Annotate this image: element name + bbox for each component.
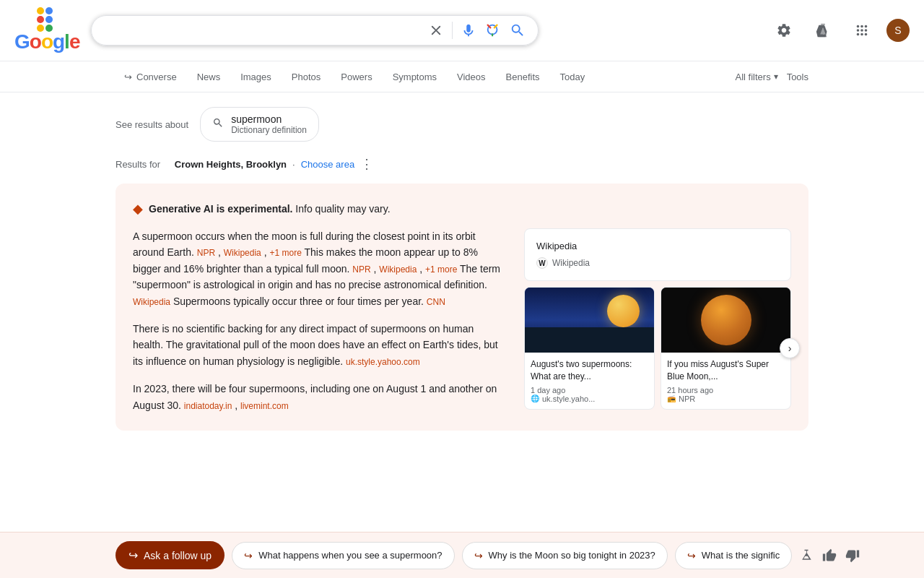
wikipedia-link-3[interactable]: Wikipedia (133, 297, 170, 307)
tab-benefits[interactable]: Benefits (497, 64, 549, 92)
see-results-about: See results about supermoon Dictionary d… (116, 107, 808, 142)
all-filters-label: All filters (736, 72, 771, 82)
wikipedia-card-label: Wikipedia (536, 241, 779, 251)
dot-blue-1 (45, 7, 53, 14)
tabs-list: ↪ Converse News Images Photos Powers Sym… (116, 64, 736, 92)
tab-converse-label: Converse (136, 72, 177, 82)
tab-images-label: Images (240, 72, 271, 82)
ai-right-panel: Wikipedia W Wikipedia (524, 228, 791, 413)
main-content: See results about supermoon Dictionary d… (0, 92, 924, 506)
tab-today[interactable]: Today (552, 64, 594, 92)
dot-yellow-1 (37, 7, 44, 14)
dot-red-1 (37, 16, 44, 23)
news-card-1-content: August's two supermoons: What are they..… (525, 353, 654, 409)
tab-symptoms-label: Symptoms (393, 72, 437, 82)
news-card-2-title: If you miss August's Super Blue Moon,... (667, 358, 785, 383)
wikipedia-link-1[interactable]: Wikipedia (224, 248, 261, 258)
all-filters-button[interactable]: All filters ▾ (736, 72, 778, 82)
search-icon (212, 117, 224, 131)
news-cards-wrapper: August's two supermoons: What are they..… (524, 287, 791, 410)
news-cards: August's two supermoons: What are they..… (524, 287, 791, 410)
indiatoday-link[interactable]: indiatoday.in (184, 401, 232, 411)
news-card-2-image (661, 288, 790, 353)
cnn-link[interactable]: CNN (427, 297, 445, 307)
wikipedia-link-2[interactable]: Wikipedia (379, 264, 417, 275)
lens-search-button[interactable] (484, 22, 502, 39)
choose-area-link[interactable]: Choose area (301, 159, 354, 170)
search-button[interactable] (509, 22, 526, 39)
dot-blue-2 (45, 16, 53, 23)
news-card-1-time: 1 day ago (531, 386, 648, 394)
google-logo-dots (37, 7, 57, 27)
ai-label-bold: Generative AI is experimental. (149, 203, 292, 215)
tab-converse[interactable]: ↪ Converse (116, 64, 186, 92)
building-silhouette-1 (525, 327, 654, 353)
tools-button[interactable]: Tools (787, 72, 808, 82)
search-input[interactable]: supermoon (103, 24, 420, 37)
news-card-1[interactable]: August's two supermoons: What are they..… (524, 287, 655, 410)
news-card-2-content: If you miss August's Super Blue Moon,...… (661, 353, 790, 409)
ai-diamond-icon: ◆ (133, 201, 143, 217)
see-results-term: supermoon (231, 113, 307, 125)
clear-button[interactable] (427, 22, 445, 39)
tab-photos[interactable]: Photos (283, 64, 329, 92)
logo-area: Google (14, 7, 79, 53)
moon-shape-1 (607, 295, 640, 327)
see-results-sub: Dictionary definition (231, 125, 307, 135)
tab-videos-label: Videos (457, 72, 486, 82)
wikipedia-source: W Wikipedia (536, 257, 779, 269)
location-bar: Results for Crown Heights, Brooklyn · Ch… (116, 156, 808, 172)
tab-news[interactable]: News (188, 64, 230, 92)
results-for-text: Results for (116, 159, 160, 170)
wikipedia-card[interactable]: Wikipedia W Wikipedia (524, 228, 791, 281)
converse-icon: ↪ (124, 72, 132, 82)
header: Google supermoon (0, 0, 924, 61)
search-action-icons (427, 22, 526, 39)
ai-label-rest: Info quality may vary. (295, 203, 390, 215)
tab-images[interactable]: Images (232, 64, 280, 92)
location-dot: · (292, 159, 295, 170)
tabs-right-actions: All filters ▾ Tools (736, 72, 808, 85)
ai-text: A supermoon occurs when the moon is full… (133, 228, 507, 413)
avatar[interactable]: S (886, 19, 910, 42)
tab-photos-label: Photos (292, 72, 321, 82)
settings-button[interactable] (770, 16, 798, 45)
news-card-2-time: 21 hours ago (667, 386, 785, 394)
tab-news-label: News (197, 72, 221, 82)
apps-button[interactable] (847, 16, 876, 45)
npr-source-icon: 📻 (667, 394, 676, 402)
livemint-link[interactable]: livemint.com (240, 401, 289, 411)
npr-link-1[interactable]: NPR (197, 248, 215, 258)
tab-symptoms[interactable]: Symptoms (384, 64, 445, 92)
ai-label: Generative AI is experimental. Info qual… (149, 203, 391, 215)
tab-powers-label: Powers (341, 72, 372, 82)
tab-today-label: Today (560, 72, 585, 82)
moon-shape-2 (701, 295, 751, 345)
tab-powers[interactable]: Powers (332, 64, 380, 92)
plus1more-link-1[interactable]: +1 more (269, 248, 301, 258)
yahoo-link[interactable]: uk.style.yahoo.com (346, 357, 420, 367)
plus1more-link-2[interactable]: +1 more (425, 264, 457, 275)
see-results-info: supermoon Dictionary definition (231, 113, 307, 135)
wikipedia-source-label: Wikipedia (552, 258, 590, 268)
tab-videos[interactable]: Videos (448, 64, 494, 92)
news-card-2[interactable]: If you miss August's Super Blue Moon,...… (661, 287, 791, 410)
ai-content: A supermoon occurs when the moon is full… (133, 228, 791, 413)
see-results-label: See results about (116, 119, 188, 130)
more-options-button[interactable]: ⋮ (360, 156, 373, 172)
location-name: Crown Heights, Brooklyn (175, 159, 287, 170)
header-right: S (770, 16, 910, 45)
ai-header: ◆ Generative AI is experimental. Info qu… (133, 201, 791, 217)
see-results-card[interactable]: supermoon Dictionary definition (200, 107, 319, 142)
ai-paragraph-2: There is no scientific backing for any d… (133, 321, 507, 369)
ai-paragraph-1: A supermoon occurs when the moon is full… (133, 228, 507, 309)
voice-search-button[interactable] (460, 22, 477, 39)
wikipedia-w-icon: W (536, 257, 548, 269)
yahoo-source-icon: 🌐 (531, 394, 539, 402)
npr-link-2[interactable]: NPR (352, 264, 370, 275)
carousel-next-button[interactable]: › (780, 338, 800, 358)
tab-benefits-label: Benefits (506, 72, 540, 82)
news-card-1-title: August's two supermoons: What are they..… (531, 358, 648, 383)
labs-button[interactable] (808, 16, 837, 45)
news-card-2-source: 📻 NPR (667, 394, 785, 403)
